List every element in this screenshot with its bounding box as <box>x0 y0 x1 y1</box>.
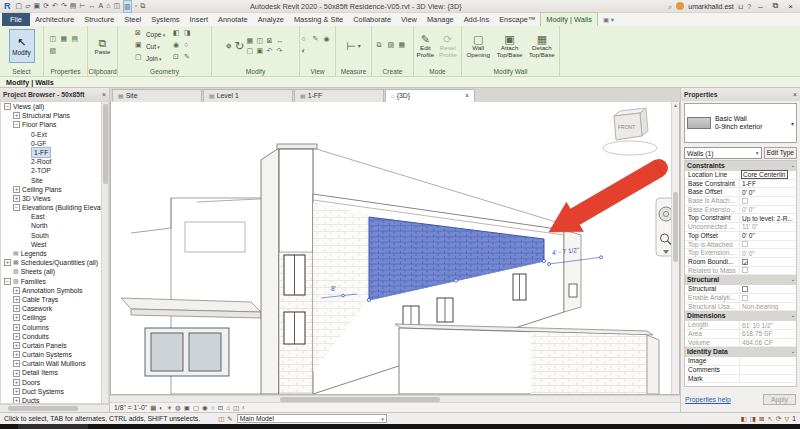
tree-item-duct-systems[interactable]: +Duct Systems <box>1 387 108 396</box>
drawing-area[interactable]: 8' 4' - 7 1/2" FRONT <box>110 102 680 395</box>
open-icon[interactable] <box>25 0 30 13</box>
join-icon[interactable] <box>135 53 145 64</box>
checkbox-enable-analyti[interactable] <box>742 295 748 301</box>
section-icon[interactable] <box>233 404 239 412</box>
worksets-icon[interactable] <box>218 415 224 423</box>
properties-help-link[interactable]: Properties help <box>685 396 731 403</box>
group-label-mode[interactable]: Mode <box>414 66 461 77</box>
move-icon[interactable]: ⌖ <box>226 42 233 50</box>
home-icon[interactable] <box>106 0 110 13</box>
align-icon[interactable] <box>184 53 194 64</box>
value-text[interactable]: 0' 0" <box>742 232 755 239</box>
tree-expander-icon[interactable]: + <box>13 342 20 349</box>
section-pin-icon[interactable]: ▪ <box>792 311 794 321</box>
iso-icon[interactable] <box>226 404 230 412</box>
tree-expander-icon[interactable]: + <box>13 351 20 358</box>
property-value[interactable]: 61' 10 1/2" <box>740 321 796 329</box>
property-value[interactable]: 618.75 SF <box>740 330 796 338</box>
wsdisplay-icon[interactable] <box>741 415 747 423</box>
attach-topbase-button[interactable]: Attach Top/Base <box>494 33 524 58</box>
split-icon[interactable] <box>173 53 183 64</box>
property-value[interactable]: Up to level: 2-R... <box>740 214 796 222</box>
edit-profile-button[interactable]: Edit Profile <box>416 33 435 58</box>
value-text[interactable]: 0' 0" <box>742 206 755 213</box>
tree-expander-icon[interactable]: + <box>13 195 20 202</box>
section-header-identity-data[interactable]: Identity Data▪ <box>685 347 796 357</box>
sync-icon[interactable] <box>776 415 781 423</box>
minimize-button[interactable]: – <box>755 2 765 11</box>
ribbon-tab-view[interactable]: View <box>396 13 422 26</box>
section-header-structural[interactable]: Structural▪ <box>685 275 796 285</box>
create-similar-icon[interactable] <box>388 41 398 52</box>
cut-button[interactable]: Cut <box>146 41 172 52</box>
detach-topbase-button[interactable]: Detach Top/Base <box>527 33 557 58</box>
property-value[interactable] <box>740 258 796 266</box>
properties-icon[interactable] <box>50 35 60 46</box>
tree-item-2-roof[interactable]: 2-Roof <box>1 157 108 166</box>
checkbox-top-is-attached[interactable] <box>742 241 748 247</box>
delete-icon[interactable] <box>266 37 275 46</box>
property-value[interactable] <box>740 197 796 205</box>
wall-opening-button[interactable]: Wall Opening <box>464 33 492 58</box>
property-value[interactable]: 464.06 CF <box>740 339 796 347</box>
value-text[interactable]: 1-FF <box>742 180 756 187</box>
pressdrag-icon[interactable] <box>767 415 772 423</box>
create-group-icon[interactable] <box>377 41 387 52</box>
search-icon[interactable] <box>668 1 672 12</box>
apply-button[interactable]: Apply <box>763 394 796 405</box>
value-text[interactable]: 61' 10 1/2" <box>742 322 773 329</box>
join-button[interactable]: Join <box>146 53 172 64</box>
rotate-icon[interactable]: ↻ <box>234 42 244 50</box>
tree-item-ducts[interactable]: +Ducts <box>1 396 108 404</box>
tree-item-north[interactable]: North <box>1 221 108 230</box>
wall-joins-icon[interactable] <box>173 29 183 40</box>
group-label-modify-wall[interactable]: Modify Wall <box>462 66 559 77</box>
type-selector-dropdown-icon[interactable]: ▾ <box>791 120 794 127</box>
lockview-icon[interactable] <box>218 404 223 412</box>
hide-icon[interactable] <box>302 35 312 46</box>
ribbon-tab-structure[interactable]: Structure <box>79 13 119 26</box>
view-tab-3d[interactable]: {3D}× <box>385 89 475 102</box>
property-value[interactable] <box>740 375 796 383</box>
override-icon[interactable] <box>313 35 323 46</box>
property-value[interactable]: Core Centerlin <box>740 171 796 179</box>
undo-icon[interactable] <box>52 0 58 13</box>
crop-icon[interactable] <box>184 404 190 412</box>
tree-item-ceilings[interactable]: +Ceilings <box>1 313 108 322</box>
tree-expander-icon[interactable]: + <box>13 314 20 321</box>
canvas-hscrollbar[interactable] <box>110 395 680 403</box>
tree-item-ceiling-plans[interactable]: +Ceiling Plans <box>1 185 108 194</box>
tree-item-site[interactable]: Site <box>1 176 108 185</box>
browser-hscrollbar[interactable] <box>0 404 109 412</box>
property-value[interactable]: Non-bearing <box>740 303 796 311</box>
sun-icon[interactable] <box>166 404 172 412</box>
property-value[interactable] <box>740 241 796 249</box>
linework-icon[interactable] <box>324 35 334 46</box>
group-label-measure[interactable]: Measure <box>336 66 371 77</box>
tree-expander-icon[interactable]: + <box>13 388 20 395</box>
save-icon[interactable] <box>34 0 41 13</box>
tree-expander-icon[interactable]: + <box>4 259 11 266</box>
value-text[interactable]: 618.75 SF <box>742 330 772 337</box>
help-icon[interactable] <box>747 1 751 12</box>
checkbox-base-is-attach[interactable] <box>742 198 748 204</box>
group-label-geometry[interactable]: Geometry <box>118 66 211 77</box>
tree-expander-icon[interactable]: + <box>13 287 20 294</box>
render-icon[interactable] <box>175 404 181 412</box>
close-button[interactable]: × <box>785 2 796 11</box>
section-header-dimensions[interactable]: Dimensions▪ <box>685 311 796 321</box>
filter-count[interactable]: 1 <box>792 415 796 422</box>
revit-logo-icon[interactable]: R <box>4 1 11 11</box>
tree-expander-icon[interactable]: − <box>4 103 11 110</box>
cut-icon[interactable] <box>135 41 145 52</box>
tree-item-0-ext[interactable]: 0-Ext <box>1 130 108 139</box>
shadow-icon[interactable] <box>159 404 163 412</box>
mirror-icon[interactable] <box>276 37 285 46</box>
array-icon[interactable] <box>256 47 265 56</box>
tree-item-cable-trays[interactable]: +Cable Trays <box>1 295 108 304</box>
type-properties-icon[interactable] <box>61 35 71 46</box>
text-icon[interactable] <box>99 0 104 13</box>
property-value[interactable] <box>740 366 796 374</box>
new-icon[interactable] <box>16 0 23 13</box>
tree-item-east[interactable]: East <box>1 212 108 221</box>
